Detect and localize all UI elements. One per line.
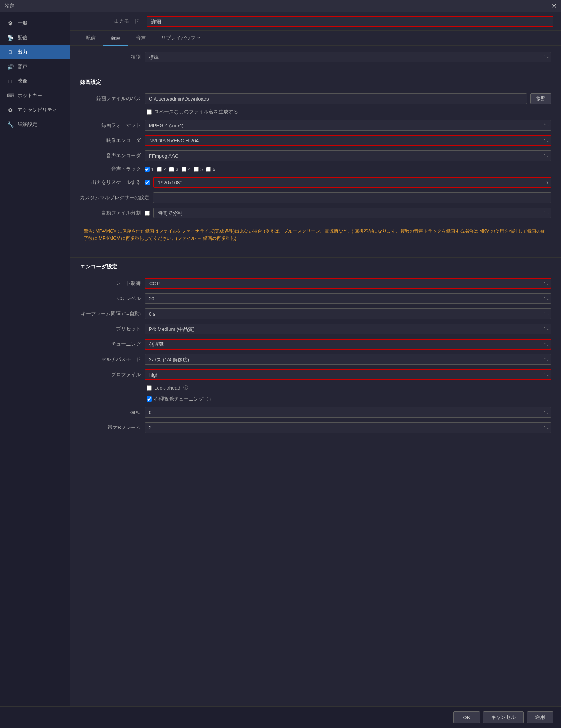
lookahead-checkbox[interactable]: [147, 385, 152, 391]
tab-recording[interactable]: 録画: [103, 31, 128, 46]
tabs-bar: 配信 録画 音声 リプレイバッファ: [70, 31, 561, 46]
ok-button[interactable]: OK: [453, 711, 480, 723]
format-select-wrapper: MPEG-4 (.mp4): [145, 120, 551, 131]
path-input[interactable]: [145, 93, 527, 104]
cancel-button[interactable]: キャンセル: [483, 711, 524, 723]
lookahead-help-icon[interactable]: ⓘ: [183, 385, 188, 391]
audio-track-6-checkbox[interactable]: [206, 167, 211, 172]
output-mode-bar: 出力モード 詳細: [70, 12, 561, 31]
output-mode-select[interactable]: 詳細: [147, 16, 553, 27]
psycho-checkbox[interactable]: [147, 396, 152, 402]
audio-tracks-group: 1 2 3 4: [145, 166, 551, 172]
audio-track-2-checkbox[interactable]: [157, 167, 162, 172]
sidebar-item-advanced[interactable]: 🔧 詳細設定: [0, 117, 70, 132]
video-encoder-label: 映像エンコーダ: [80, 137, 141, 144]
multipass-select-wrapper: 2パス (1/4 解像度): [145, 354, 551, 365]
rate-control-select[interactable]: CQP: [145, 278, 551, 289]
tab-replay[interactable]: リプレイバッファ: [153, 31, 208, 46]
cq-level-input[interactable]: 20: [145, 293, 551, 304]
sidebar-item-stream[interactable]: 📡 配信: [0, 30, 70, 45]
type-select-wrapper: 標準: [145, 52, 551, 62]
custom-mux-field[interactable]: [153, 192, 551, 203]
tab-stream[interactable]: 配信: [78, 31, 103, 46]
auto-split-select-wrapper: 時間で分割: [153, 208, 551, 218]
audio-track-3-checkbox[interactable]: [169, 167, 174, 172]
sidebar-item-hotkey[interactable]: ⌨ ホットキー: [0, 88, 70, 103]
auto-split-checkbox[interactable]: [145, 211, 150, 216]
no-space-checkbox[interactable]: [147, 109, 152, 115]
audio-encoder-select[interactable]: FFmpeg AAC: [145, 150, 551, 161]
output-icon: 🖥: [7, 49, 14, 55]
audio-encoder-row: 音声エンコーダ FFmpeg AAC: [80, 150, 551, 161]
settings-window: 設定 ✕ ⚙ 一般 📡 配信 🖥 出力 🔊 音声 □ 映像: [0, 0, 561, 728]
audio-track-5-checkbox[interactable]: [194, 167, 199, 172]
psycho-label[interactable]: 心理視覚チューニング ⓘ: [147, 396, 211, 402]
sidebar-label-video: 映像: [18, 78, 27, 85]
browse-button[interactable]: 参照: [530, 93, 551, 104]
bframe-input[interactable]: 2: [145, 422, 551, 433]
lookahead-label[interactable]: Look-ahead ⓘ: [147, 385, 188, 391]
auto-split-controls: 時間で分割: [145, 208, 551, 218]
sidebar-item-output[interactable]: 🖥 出力: [0, 45, 70, 59]
audio-track-1-checkbox[interactable]: [145, 167, 150, 172]
stream-icon: 📡: [7, 35, 14, 41]
close-button[interactable]: ✕: [551, 2, 556, 10]
profile-select[interactable]: high: [145, 369, 551, 380]
sidebar: ⚙ 一般 📡 配信 🖥 出力 🔊 音声 □ 映像 ⌨ ホットキー: [0, 12, 70, 706]
lookahead-row: Look-ahead ⓘ: [147, 385, 551, 391]
apply-button[interactable]: 適用: [527, 711, 553, 723]
accessibility-icon: ⚙: [7, 107, 14, 113]
rescale-row: 出力をリスケールする 1920x1080: [80, 177, 551, 188]
auto-split-select[interactable]: 時間で分割: [153, 208, 551, 218]
hotkey-icon: ⌨: [7, 93, 14, 99]
sidebar-label-advanced: 詳細設定: [18, 121, 37, 128]
rescale-select[interactable]: 1920x1080: [153, 177, 551, 188]
rescale-checkbox[interactable]: [145, 180, 150, 185]
path-label: 録画ファイルのパス: [80, 95, 141, 102]
footer: OK キャンセル 適用: [0, 706, 561, 728]
gpu-label: GPU: [80, 410, 141, 415]
path-row: 録画ファイルのパス 参照: [80, 93, 551, 104]
keyframe-spin-wrapper: 0 s: [145, 308, 551, 319]
auto-split-row: 自動ファイル分割 時間で分割: [80, 208, 551, 218]
audio-track-6-label: 6: [212, 166, 215, 172]
sidebar-item-audio[interactable]: 🔊 音声: [0, 59, 70, 74]
sidebar-item-video[interactable]: □ 映像: [0, 74, 70, 88]
gpu-input[interactable]: 0: [145, 407, 551, 418]
audio-track-1: 1: [145, 166, 154, 172]
keyframe-label: キーフレーム間隔 (0=自動): [80, 310, 141, 317]
output-mode-label: 出力モード: [78, 18, 139, 25]
main-content: ⚙ 一般 📡 配信 🖥 出力 🔊 音声 □ 映像 ⌨ ホットキー: [0, 12, 561, 706]
sidebar-item-general[interactable]: ⚙ 一般: [0, 16, 70, 30]
audio-track-5: 5: [194, 166, 203, 172]
tuning-select[interactable]: 低遅延: [145, 339, 551, 350]
tuning-label: チューニング: [80, 341, 141, 348]
output-mode-select-wrapper: 詳細: [147, 16, 553, 27]
rescale-select-wrapper: 1920x1080: [153, 177, 551, 188]
audio-track-4-checkbox[interactable]: [182, 167, 186, 172]
sidebar-item-accessibility[interactable]: ⚙ アクセシビリティ: [0, 103, 70, 117]
profile-label: プロファイル: [80, 371, 141, 378]
video-encoder-select[interactable]: NVIDIA NVENC H.264: [145, 135, 551, 146]
audio-track-6: 6: [206, 166, 215, 172]
audio-track-2: 2: [157, 166, 166, 172]
type-select[interactable]: 標準: [145, 52, 551, 62]
video-encoder-select-wrapper: NVIDIA NVENC H.264: [145, 135, 551, 146]
preset-select[interactable]: P4: Medium (中品質): [145, 324, 551, 334]
psycho-help-icon[interactable]: ⓘ: [207, 396, 211, 402]
format-select[interactable]: MPEG-4 (.mp4): [145, 120, 551, 131]
custom-mux-row: カスタムマルプレクサーの設定: [80, 192, 551, 203]
no-space-label[interactable]: スペースなしのファイル名を生成する: [147, 109, 238, 115]
audio-track-4: 4: [182, 166, 191, 172]
custom-mux-label: カスタムマルプレクサーの設定: [80, 194, 149, 201]
keyframe-input[interactable]: 0 s: [145, 308, 551, 319]
tab-audio[interactable]: 音声: [128, 31, 153, 46]
multipass-select[interactable]: 2パス (1/4 解像度): [145, 354, 551, 365]
rescale-label: 出力をリスケールする: [80, 179, 141, 186]
preset-label: プリセット: [80, 326, 141, 332]
video-encoder-row: 映像エンコーダ NVIDIA NVENC H.264: [80, 135, 551, 146]
gear-icon: ⚙: [7, 20, 14, 26]
recording-settings-section: 録画設定 録画ファイルのパス 参照 スペースなしのファイル名を生成する: [70, 73, 561, 257]
recording-settings-title: 録画設定: [80, 79, 551, 88]
psycho-row: 心理視覚チューニング ⓘ: [147, 396, 551, 402]
